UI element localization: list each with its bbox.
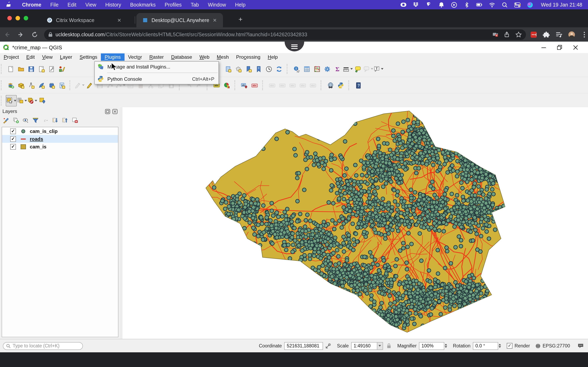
macos-menu-file[interactable]: File xyxy=(50,2,58,8)
open-attribute-table-button[interactable] xyxy=(302,63,312,75)
layer-row-roads[interactable]: ✓roads xyxy=(2,135,118,143)
remove-layer-button[interactable] xyxy=(70,116,79,125)
extents-icon[interactable] xyxy=(325,343,331,349)
browser-tab-1[interactable]: Citrix Workspace✕ xyxy=(41,13,127,27)
crs-globe-icon[interactable] xyxy=(535,343,541,349)
text-annotation-button[interactable]: T xyxy=(373,63,383,75)
layers-list[interactable]: ✓cam_is_clip✓roads✓cam_is xyxy=(2,127,118,337)
layer-row-cam_is_clip[interactable]: ✓cam_is_clip xyxy=(2,127,118,135)
zoom-to-layer-button[interactable] xyxy=(233,63,243,75)
current-edits-button[interactable] xyxy=(74,80,85,91)
apple-menu-icon[interactable] xyxy=(7,2,12,8)
macos-menu-chrome[interactable]: Chrome xyxy=(22,2,41,8)
coordinate-input[interactable]: 521631,188081 xyxy=(284,342,323,350)
wifi-icon[interactable] xyxy=(489,1,495,8)
dropdown-arrow-icon[interactable] xyxy=(25,100,27,101)
macos-menu-profiles[interactable]: Profiles xyxy=(165,2,182,8)
qgis-menu-edit[interactable]: Edit xyxy=(23,53,38,61)
bluetooth-icon[interactable] xyxy=(463,1,470,8)
siri-icon[interactable] xyxy=(527,1,533,8)
dropdown-arrow-icon[interactable] xyxy=(123,84,125,86)
show-bookmarks-button[interactable] xyxy=(254,63,264,75)
highlight-pinned-labels-button[interactable]: abc xyxy=(250,80,260,91)
macos-menu-bookmarks[interactable]: Bookmarks xyxy=(130,2,156,8)
qgis-menu-view[interactable]: View xyxy=(38,53,56,61)
collapse-all-button[interactable] xyxy=(61,116,69,125)
qgis-menu-vector[interactable]: Vector xyxy=(124,53,146,61)
new-geopackage-layer-button[interactable] xyxy=(16,80,26,91)
select-features-by-rectangle-button[interactable] xyxy=(6,95,17,106)
layer-diagram-options-button[interactable] xyxy=(222,80,232,91)
bookmark-star-icon[interactable] xyxy=(515,31,522,38)
scale-dropdown-arrow[interactable] xyxy=(377,342,383,349)
select-by-location-button[interactable] xyxy=(37,95,47,106)
macos-menu-view[interactable]: View xyxy=(85,2,96,8)
toggle-editing-button[interactable] xyxy=(85,80,95,91)
processing-toolbox-button[interactable] xyxy=(322,63,332,75)
float-panel-icon[interactable] xyxy=(105,109,110,114)
new-tab-button[interactable]: + xyxy=(238,16,242,23)
save-project-button[interactable] xyxy=(26,63,36,75)
close-window-button[interactable] xyxy=(7,16,12,20)
statistical-summary-button[interactable] xyxy=(312,63,322,75)
lock-scale-icon[interactable] xyxy=(386,343,392,349)
new-project-button[interactable] xyxy=(6,63,16,75)
dropdown-arrow-icon[interactable] xyxy=(381,68,383,70)
select-features-by-form-button[interactable] xyxy=(17,95,27,106)
macos-menu-window[interactable]: Window xyxy=(208,2,226,8)
notification-icon[interactable] xyxy=(438,1,445,8)
macos-menu-history[interactable]: History xyxy=(105,2,121,8)
screen-record-icon[interactable] xyxy=(400,1,407,8)
magnifier-spinner[interactable] xyxy=(445,344,447,348)
locate-input[interactable]: Type to locate (Ctrl+K) xyxy=(3,342,83,350)
browser-tab-2[interactable]: Desktop@UCL Anywhere✕ xyxy=(136,13,223,27)
pin-unpin-labels-button[interactable]: ab xyxy=(239,80,250,91)
macos-clock[interactable]: Wed 19 Jan 21:48 xyxy=(541,2,582,8)
control-center-icon[interactable] xyxy=(514,1,521,8)
data-source-manager-button[interactable] xyxy=(6,80,16,91)
minimize-window-button[interactable] xyxy=(16,16,20,20)
new-shapefile-layer-button[interactable] xyxy=(26,80,36,91)
new-map-view-button[interactable] xyxy=(223,63,233,75)
new-print-layout-button[interactable] xyxy=(36,63,47,75)
extensions-icon[interactable] xyxy=(543,31,550,38)
layer-visibility-checkbox[interactable]: ✓ xyxy=(10,128,16,134)
tab-close-icon[interactable]: ✕ xyxy=(211,17,219,23)
spotlight-icon[interactable] xyxy=(502,1,508,8)
filter-by-expression-button[interactable]: ε xyxy=(41,116,50,125)
plugins-menu-item-2[interactable]: Python ConsoleCtrl+Alt+P xyxy=(95,74,218,84)
qgis-menu-help[interactable]: Help xyxy=(264,53,281,61)
manage-map-themes-button[interactable] xyxy=(21,116,30,125)
temporal-controller-button[interactable] xyxy=(264,63,274,75)
refresh-map-button[interactable] xyxy=(274,63,284,75)
magnifier-input[interactable]: 100% xyxy=(419,342,444,350)
minimize-button[interactable] xyxy=(541,45,546,50)
filter-legend-button[interactable] xyxy=(31,116,40,125)
show-hide-labels-button[interactable]: abc xyxy=(298,80,308,91)
macos-menu-edit[interactable]: Edit xyxy=(68,2,76,8)
new-spatial-bookmark-button[interactable] xyxy=(243,63,254,75)
qgis-menu-project[interactable]: Project xyxy=(0,53,23,61)
style-manager-button[interactable] xyxy=(57,63,67,75)
dropdown-arrow-icon[interactable] xyxy=(350,68,353,70)
scale-combo[interactable]: 1:49160 xyxy=(351,342,383,350)
qgis-menu-processing[interactable]: Processing xyxy=(233,53,264,61)
layer-styling-button[interactable] xyxy=(2,116,11,125)
move-label-button[interactable]: abc xyxy=(267,80,277,91)
layer-visibility-checkbox[interactable]: ✓ xyxy=(10,144,16,150)
dropdown-arrow-icon[interactable] xyxy=(35,100,37,101)
avatar-icon[interactable] xyxy=(568,31,575,38)
show-statistics-button[interactable]: Σ xyxy=(332,63,343,75)
qgis-menu-mesh[interactable]: Mesh xyxy=(213,53,233,61)
measure-line-button[interactable] xyxy=(343,63,353,75)
battery-icon[interactable] xyxy=(476,1,483,8)
layout-manager-button[interactable] xyxy=(47,63,57,75)
identify-features-button[interactable]: i xyxy=(292,63,302,75)
qgis-menu-raster[interactable]: Raster xyxy=(146,53,167,61)
qgis-menu-settings[interactable]: Settings xyxy=(76,53,101,61)
open-project-button[interactable] xyxy=(16,63,26,75)
macos-menu-tab[interactable]: Tab xyxy=(191,2,199,8)
forward-button[interactable] xyxy=(17,31,24,38)
map-tips-button[interactable] xyxy=(353,63,363,75)
qgis-menu-web[interactable]: Web xyxy=(196,53,213,61)
